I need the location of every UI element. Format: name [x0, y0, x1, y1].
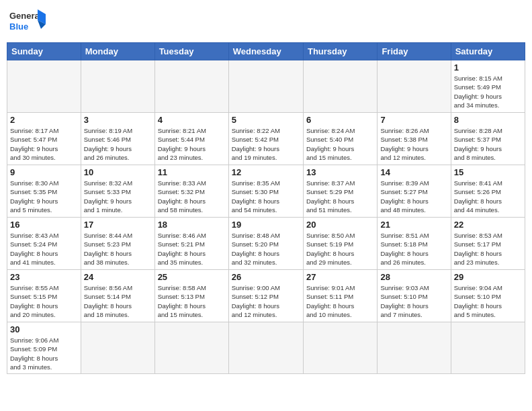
day-number: 24 [84, 272, 152, 282]
calendar-cell: 17Sunrise: 8:44 AM Sunset: 5:23 PM Dayli… [81, 218, 154, 270]
day-info: Sunrise: 8:19 AM Sunset: 5:46 PM Dayligh… [84, 126, 152, 162]
calendar-cell: 28Sunrise: 9:03 AM Sunset: 5:10 PM Dayli… [378, 270, 451, 322]
day-info: Sunrise: 9:01 AM Sunset: 5:11 PM Dayligh… [306, 283, 374, 319]
logo: General Blue [9, 7, 46, 37]
day-info: Sunrise: 8:44 AM Sunset: 5:23 PM Dayligh… [84, 231, 152, 267]
day-info: Sunrise: 8:39 AM Sunset: 5:27 PM Dayligh… [380, 179, 447, 214]
day-number: 16 [10, 220, 78, 230]
calendar-cell: 20Sunrise: 8:50 AM Sunset: 5:19 PM Dayli… [303, 218, 377, 270]
calendar-cell [228, 60, 303, 113]
header: General Blue [7, 7, 525, 37]
calendar-cell [7, 60, 81, 113]
calendar-cell: 12Sunrise: 8:35 AM Sunset: 5:30 PM Dayli… [228, 165, 303, 218]
weekday-header-row: SundayMondayTuesdayWednesdayThursdayFrid… [7, 43, 525, 60]
day-number: 6 [306, 115, 374, 125]
calendar-cell: 18Sunrise: 8:46 AM Sunset: 5:21 PM Dayli… [154, 218, 228, 270]
calendar-cell [81, 322, 154, 374]
day-info: Sunrise: 8:55 AM Sunset: 5:15 PM Dayligh… [10, 283, 78, 319]
day-info: Sunrise: 8:56 AM Sunset: 5:14 PM Dayligh… [84, 283, 152, 319]
day-number: 25 [158, 272, 226, 282]
calendar-cell: 14Sunrise: 8:39 AM Sunset: 5:27 PM Dayli… [378, 165, 451, 218]
day-info: Sunrise: 8:48 AM Sunset: 5:20 PM Dayligh… [232, 231, 300, 267]
day-info: Sunrise: 8:28 AM Sunset: 5:37 PM Dayligh… [454, 126, 522, 162]
calendar-cell: 2Sunrise: 8:17 AM Sunset: 5:47 PM Daylig… [7, 113, 81, 165]
day-info: Sunrise: 8:33 AM Sunset: 5:32 PM Dayligh… [158, 179, 226, 214]
day-number: 4 [158, 115, 226, 125]
day-number: 7 [380, 115, 447, 125]
day-number: 13 [306, 167, 374, 177]
day-info: Sunrise: 9:03 AM Sunset: 5:10 PM Dayligh… [380, 283, 447, 319]
weekday-header-monday: Monday [81, 43, 154, 60]
calendar-table: SundayMondayTuesdayWednesdayThursdayFrid… [7, 42, 525, 374]
weekday-header-friday: Friday [378, 43, 451, 60]
calendar-cell [228, 322, 303, 374]
weekday-header-saturday: Saturday [451, 43, 525, 60]
day-info: Sunrise: 8:37 AM Sunset: 5:29 PM Dayligh… [306, 179, 374, 214]
calendar-cell: 10Sunrise: 8:32 AM Sunset: 5:33 PM Dayli… [81, 165, 154, 218]
day-number: 8 [454, 115, 522, 125]
calendar-cell: 25Sunrise: 8:58 AM Sunset: 5:13 PM Dayli… [154, 270, 228, 322]
day-number: 23 [10, 272, 78, 282]
day-info: Sunrise: 8:22 AM Sunset: 5:42 PM Dayligh… [232, 126, 300, 162]
svg-text:Blue: Blue [9, 21, 28, 32]
calendar-cell: 5Sunrise: 8:22 AM Sunset: 5:42 PM Daylig… [228, 113, 303, 165]
day-number: 1 [454, 62, 522, 73]
day-number: 17 [84, 220, 152, 230]
day-number: 2 [10, 115, 78, 125]
week-row-5: 23Sunrise: 8:55 AM Sunset: 5:15 PM Dayli… [7, 270, 525, 322]
calendar-cell [154, 60, 228, 113]
day-number: 11 [158, 167, 226, 177]
day-number: 18 [158, 220, 226, 230]
week-row-3: 9Sunrise: 8:30 AM Sunset: 5:35 PM Daylig… [7, 165, 525, 218]
calendar-cell: 11Sunrise: 8:33 AM Sunset: 5:32 PM Dayli… [154, 165, 228, 218]
calendar-cell: 13Sunrise: 8:37 AM Sunset: 5:29 PM Dayli… [303, 165, 377, 218]
logo-svg: General Blue [9, 7, 46, 37]
calendar-cell: 1Sunrise: 8:15 AM Sunset: 5:49 PM Daylig… [451, 60, 525, 113]
calendar-cell: 23Sunrise: 8:55 AM Sunset: 5:15 PM Dayli… [7, 270, 81, 322]
day-info: Sunrise: 8:53 AM Sunset: 5:17 PM Dayligh… [454, 231, 522, 267]
calendar-cell: 15Sunrise: 8:41 AM Sunset: 5:26 PM Dayli… [451, 165, 525, 218]
day-info: Sunrise: 8:35 AM Sunset: 5:30 PM Dayligh… [232, 179, 300, 214]
day-number: 10 [84, 167, 152, 177]
weekday-header-sunday: Sunday [7, 43, 81, 60]
calendar-cell: 26Sunrise: 9:00 AM Sunset: 5:12 PM Dayli… [228, 270, 303, 322]
calendar-cell: 16Sunrise: 8:43 AM Sunset: 5:24 PM Dayli… [7, 218, 81, 270]
calendar-cell: 30Sunrise: 9:06 AM Sunset: 5:09 PM Dayli… [7, 322, 81, 374]
calendar-cell: 24Sunrise: 8:56 AM Sunset: 5:14 PM Dayli… [81, 270, 154, 322]
svg-text:General: General [9, 11, 42, 21]
day-info: Sunrise: 8:17 AM Sunset: 5:47 PM Dayligh… [10, 126, 78, 162]
day-number: 3 [84, 115, 152, 125]
day-info: Sunrise: 8:24 AM Sunset: 5:40 PM Dayligh… [306, 126, 374, 162]
day-number: 12 [232, 167, 300, 177]
day-number: 20 [306, 220, 374, 230]
weekday-header-thursday: Thursday [303, 43, 377, 60]
calendar-cell: 22Sunrise: 8:53 AM Sunset: 5:17 PM Dayli… [451, 218, 525, 270]
calendar-cell [378, 322, 451, 374]
calendar-cell [303, 322, 377, 374]
week-row-2: 2Sunrise: 8:17 AM Sunset: 5:47 PM Daylig… [7, 113, 525, 165]
day-number: 5 [232, 115, 300, 125]
day-info: Sunrise: 8:43 AM Sunset: 5:24 PM Dayligh… [10, 231, 78, 267]
week-row-4: 16Sunrise: 8:43 AM Sunset: 5:24 PM Dayli… [7, 218, 525, 270]
day-number: 26 [232, 272, 300, 282]
day-info: Sunrise: 9:06 AM Sunset: 5:09 PM Dayligh… [10, 336, 78, 371]
calendar-cell: 3Sunrise: 8:19 AM Sunset: 5:46 PM Daylig… [81, 113, 154, 165]
calendar-cell [303, 60, 377, 113]
day-info: Sunrise: 9:00 AM Sunset: 5:12 PM Dayligh… [232, 283, 300, 319]
day-number: 22 [454, 220, 522, 230]
day-number: 29 [454, 272, 522, 282]
day-info: Sunrise: 8:58 AM Sunset: 5:13 PM Dayligh… [158, 283, 226, 319]
calendar-cell [81, 60, 154, 113]
calendar-cell: 21Sunrise: 8:51 AM Sunset: 5:18 PM Dayli… [378, 218, 451, 270]
day-number: 15 [454, 167, 522, 177]
calendar-cell [451, 322, 525, 374]
calendar-cell: 6Sunrise: 8:24 AM Sunset: 5:40 PM Daylig… [303, 113, 377, 165]
day-info: Sunrise: 8:32 AM Sunset: 5:33 PM Dayligh… [84, 179, 152, 214]
calendar-cell: 19Sunrise: 8:48 AM Sunset: 5:20 PM Dayli… [228, 218, 303, 270]
day-number: 9 [10, 167, 78, 177]
weekday-header-tuesday: Tuesday [154, 43, 228, 60]
day-info: Sunrise: 8:21 AM Sunset: 5:44 PM Dayligh… [158, 126, 226, 162]
day-info: Sunrise: 9:04 AM Sunset: 5:10 PM Dayligh… [454, 283, 522, 319]
calendar-cell: 7Sunrise: 8:26 AM Sunset: 5:38 PM Daylig… [378, 113, 451, 165]
day-number: 19 [232, 220, 300, 230]
